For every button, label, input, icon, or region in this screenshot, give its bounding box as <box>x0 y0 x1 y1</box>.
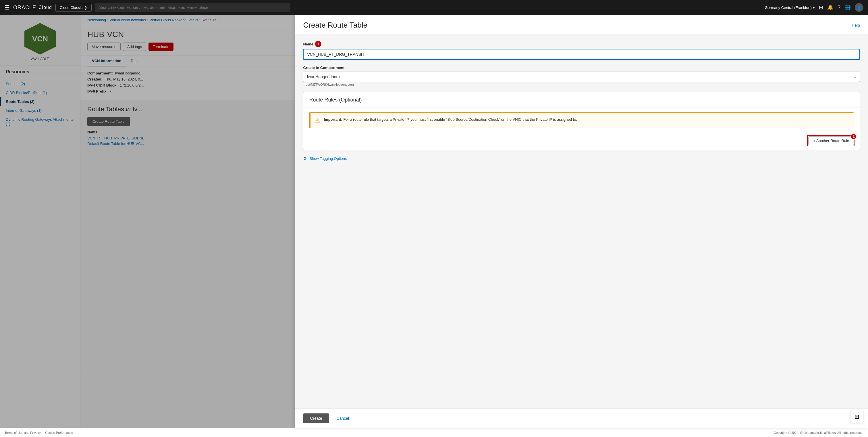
console-icon[interactable]: ⊞ <box>819 4 823 11</box>
tagging-icon: ⚙ <box>303 156 307 161</box>
hamburger-menu-icon[interactable]: ☰ <box>5 4 10 11</box>
compartment-label: Create In Compartment <box>303 65 860 70</box>
panel-body: Name 1 Create In Compartment IwanHoogend… <box>295 34 868 409</box>
compartment-select-wrapper: IwanHoogendoorn <box>303 71 860 82</box>
another-route-badge: 2 <box>850 134 857 140</box>
cloud-classic-button[interactable]: Cloud Classic ❯ <box>56 4 92 11</box>
name-form-group: Name 1 <box>303 41 860 60</box>
bottom-links: Terms of Use and Privacy Cookie Preferen… <box>5 431 73 434</box>
route-rules-header: Route Rules (Optional) <box>303 92 860 108</box>
important-heading: Important: <box>324 117 342 122</box>
name-badge: 1 <box>315 41 321 47</box>
cloud-text: Cloud <box>38 5 52 10</box>
bell-icon[interactable]: 🔔 <box>827 4 834 11</box>
compartment-form-group: Create In Compartment IwanHoogendoorn :r… <box>303 65 860 86</box>
search-input[interactable] <box>95 3 290 12</box>
region-label: Germany Central (Frankfurt) <box>765 5 812 10</box>
compartment-path: :root/NETWORK/IwanHoogendoorn <box>303 83 860 86</box>
panel-title: Create Route Table <box>303 21 367 30</box>
name-input[interactable] <box>303 49 860 60</box>
panel-help-link[interactable]: Help <box>851 23 860 28</box>
show-tagging-link[interactable]: Show Tagging Options <box>309 156 347 161</box>
show-tagging-row[interactable]: ⚙ Show Tagging Options <box>303 156 860 161</box>
important-text: Important: For a route rule that targets… <box>324 117 577 124</box>
important-box: ⚠ Important: For a route rule that targe… <box>309 112 854 128</box>
route-rules-section: Route Rules (Optional) ⚠ Important: For … <box>303 92 860 150</box>
region-chevron-icon: ▾ <box>813 5 815 10</box>
cloud-classic-label: Cloud Classic <box>60 5 83 10</box>
bottom-bar: Terms of Use and Privacy Cookie Preferen… <box>0 428 868 437</box>
another-route-rule-button[interactable]: + Another Route Rule <box>808 136 854 145</box>
compartment-select[interactable]: IwanHoogendoorn <box>303 71 860 82</box>
terms-link[interactable]: Terms of Use and Privacy <box>5 431 40 434</box>
important-icon: ⚠ <box>315 117 320 124</box>
top-navigation: ☰ ORACLE Cloud Cloud Classic ❯ Germany C… <box>0 0 868 15</box>
user-avatar[interactable]: 👤 <box>855 3 863 12</box>
copyright-text: Copyright © 2024, Oracle and/or its affi… <box>774 431 863 434</box>
name-label: Name 1 <box>303 41 860 47</box>
cancel-button[interactable]: Cancel <box>333 413 353 423</box>
oracle-logo: ORACLE Cloud <box>13 5 52 11</box>
help-widget-icon: ⊞ <box>855 413 859 420</box>
cloud-classic-arrow-icon: ❯ <box>84 5 87 10</box>
another-route-btn-area: + Another Route Rule 2 <box>303 133 860 150</box>
oracle-text: ORACLE <box>13 5 36 11</box>
nav-right: Germany Central (Frankfurt) ▾ ⊞ 🔔 ? 🌐 👤 <box>765 3 863 12</box>
panel-footer: Create Cancel <box>295 409 868 428</box>
user-icon: 👤 <box>857 5 862 10</box>
panel-header: Create Route Table Help <box>295 15 868 34</box>
create-route-table-panel: Create Route Table Help Name 1 Create In… <box>295 15 868 428</box>
help-widget[interactable]: ⊞ <box>850 410 863 423</box>
globe-icon[interactable]: 🌐 <box>844 4 851 11</box>
another-route-btn-wrapper: + Another Route Rule 2 <box>808 136 854 145</box>
important-body: For a route rule that targets a Private … <box>343 117 577 122</box>
help-icon[interactable]: ? <box>838 5 840 11</box>
cookie-link[interactable]: Cookie Preferences <box>45 431 73 434</box>
region-selector[interactable]: Germany Central (Frankfurt) ▾ <box>765 5 815 10</box>
create-button[interactable]: Create <box>303 413 329 423</box>
